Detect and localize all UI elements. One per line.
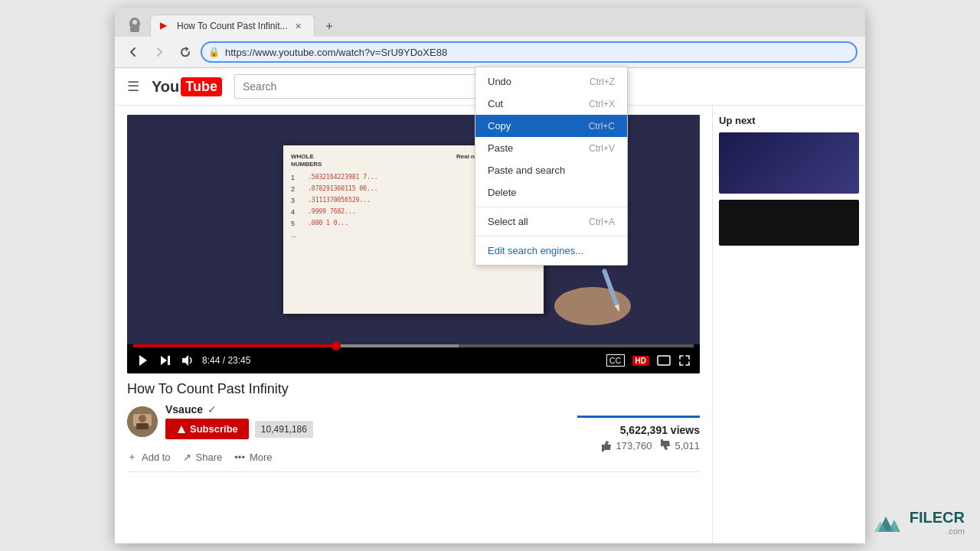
navigation-bar: 🔒 [115, 37, 865, 68]
video-stats: 5,622,391 views 173,760 5,011 [577, 416, 700, 452]
theater-button[interactable] [655, 354, 672, 367]
like-dislike: 173,760 5,011 [600, 439, 700, 452]
svg-marker-10 [139, 355, 147, 366]
context-menu-cut[interactable]: Cut Ctrl+X [475, 93, 627, 115]
context-menu-paste[interactable]: Paste Ctrl+V [475, 137, 627, 159]
context-menu-separator-1 [475, 207, 627, 207]
context-menu-copy[interactable]: Copy Ctrl+C [475, 115, 627, 137]
tab-title: How To Count Past Infinit... [177, 21, 288, 31]
video-info: How To Count Past Infinity [127, 373, 700, 472]
add-to-button[interactable]: ＋ Add to [127, 450, 171, 464]
svg-rect-14 [658, 356, 670, 365]
address-bar-wrapper: 🔒 [201, 41, 858, 63]
refresh-button[interactable] [175, 41, 196, 63]
video-progress-bar[interactable] [127, 344, 700, 347]
video-title: How To Count Past Infinity [127, 381, 700, 397]
back-button[interactable] [122, 41, 144, 63]
ssl-lock-icon: 🔒 [208, 47, 220, 57]
svg-rect-4 [328, 23, 330, 29]
svg-rect-2 [130, 27, 139, 32]
channel-name-area: Vsauce ✓ [165, 403, 313, 416]
channel-name[interactable]: Vsauce [165, 403, 203, 416]
hd-badge: HD [632, 356, 649, 366]
context-menu-separator-2 [475, 236, 627, 236]
svg-marker-20 [178, 425, 185, 433]
paper-col-whole: WHOLENUMBERS [291, 153, 322, 169]
channel-avatar [127, 406, 158, 437]
filecr-logo-icon [874, 510, 905, 535]
forward-button[interactable] [149, 41, 170, 63]
video-actions: ＋ Add to ↗ Share ••• More [127, 450, 313, 464]
channel-info: Vsauce ✓ Subscribe 10,491,186 [127, 403, 313, 439]
next-button[interactable] [158, 353, 173, 368]
svg-marker-11 [161, 356, 167, 365]
svg-rect-19 [136, 423, 149, 429]
incognito-icon [126, 17, 143, 34]
fullscreen-button[interactable] [677, 353, 692, 368]
svg-point-1 [132, 20, 137, 24]
more-icon: ••• [234, 452, 245, 463]
tab-favicon: ▶ [160, 20, 172, 32]
like-button[interactable]: 173,760 [600, 439, 652, 452]
tab-close-button[interactable]: ✕ [292, 20, 305, 32]
youtube-logo-tube: Tube [181, 77, 222, 96]
video-controls: 8:44 / 23:45 CC HD [127, 347, 700, 373]
sidebar-title: Up next [719, 115, 859, 126]
sidebar-thumb-1[interactable] [719, 132, 859, 194]
share-icon: ↗ [183, 452, 191, 463]
context-menu: Undo Ctrl+Z Cut Ctrl+X Copy Ctrl+C Paste… [475, 67, 628, 266]
browser-tab[interactable]: ▶ How To Count Past Infinit... ✕ [150, 15, 315, 37]
quality-button[interactable]: HD [631, 354, 651, 367]
context-menu-select-all[interactable]: Select all Ctrl+A [475, 210, 627, 233]
share-button[interactable]: ↗ Share [183, 452, 223, 463]
dislike-button[interactable]: 5,011 [659, 439, 700, 452]
play-button[interactable] [135, 352, 152, 369]
volume-button[interactable] [179, 352, 196, 369]
svg-rect-12 [168, 356, 170, 365]
context-menu-delete[interactable]: Delete [475, 181, 627, 204]
filecr-brand-text: FILECR [910, 509, 965, 527]
youtube-logo-you: You [152, 78, 179, 96]
context-menu-edit-search[interactable]: Edit search engines... [475, 240, 627, 262]
views-count: 5,622,391 views [620, 424, 700, 436]
context-menu-undo[interactable]: Undo Ctrl+Z [475, 70, 627, 93]
svg-point-18 [139, 415, 146, 422]
subscriber-count: 10,491,186 [255, 421, 313, 438]
subscribe-button[interactable]: Subscribe [165, 419, 249, 439]
filecr-com-text: .com [910, 527, 965, 536]
captions-button[interactable]: CC [605, 353, 626, 368]
hamburger-menu-icon[interactable]: ☰ [127, 78, 139, 95]
sidebar-thumb-2[interactable] [719, 200, 859, 246]
video-controls-right: CC HD [605, 353, 692, 368]
svg-point-7 [554, 287, 631, 325]
address-bar[interactable] [201, 41, 858, 63]
verified-icon: ✓ [207, 403, 217, 416]
svg-rect-15 [659, 357, 668, 364]
filecr-watermark: FILECR .com [874, 509, 965, 536]
svg-marker-13 [182, 355, 188, 366]
context-menu-paste-search[interactable]: Paste and search [475, 159, 627, 181]
video-meta: Vsauce ✓ Subscribe 10,491,186 [127, 403, 700, 464]
sidebar: Up next [712, 106, 865, 543]
title-bar: ▶ How To Count Past Infinit... ✕ [115, 8, 865, 37]
video-time: 8:44 / 23:45 [202, 355, 250, 366]
add-icon: ＋ [127, 450, 137, 464]
youtube-logo[interactable]: YouTube [152, 77, 222, 96]
new-tab-button[interactable] [318, 15, 341, 37]
more-button[interactable]: ••• More [234, 452, 272, 463]
